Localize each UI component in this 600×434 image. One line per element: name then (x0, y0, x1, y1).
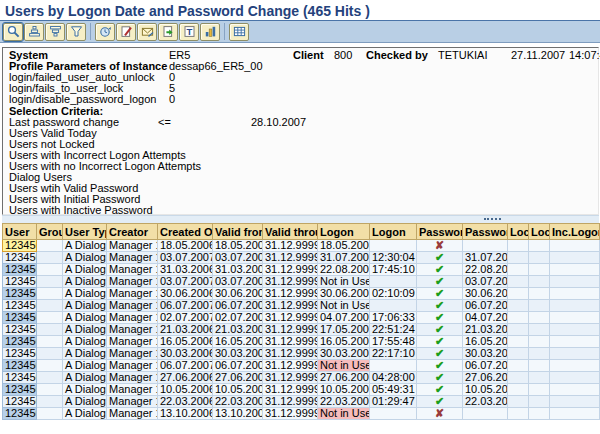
edit-page-button[interactable] (116, 23, 136, 41)
cell-user_type: A Dialog (63, 288, 107, 300)
user-id-cell[interactable]: 123456 (3, 276, 37, 288)
cell-lock1 (508, 336, 529, 348)
cell-logon_time: 17:06:33 (370, 312, 417, 324)
user-id-cell[interactable]: 123456 (3, 336, 37, 348)
cell-logon_time: 17:55:48 (370, 336, 417, 348)
cell-logon_date: Not in Use (318, 360, 370, 372)
user-id-cell[interactable]: 123456 (3, 360, 37, 372)
green-check-icon: ✔ (435, 252, 444, 264)
cell-created_on: 06.07.2007 (158, 300, 213, 312)
column-header-user_type[interactable]: User Type (63, 224, 107, 240)
user-id-cell[interactable]: 123456 (3, 288, 37, 300)
column-header-valid_from[interactable]: Valid from (213, 224, 263, 240)
refresh-button[interactable] (95, 23, 115, 41)
user-id-cell[interactable]: 123456 (3, 384, 37, 396)
table-row: 123456A DialogManager 116.05.200616.05.2… (3, 336, 600, 348)
cell-created_on: 21.03.2006 (158, 324, 213, 336)
column-header-password_date[interactable]: Password (463, 224, 508, 240)
cell-logon_date: 30.03.2006 (318, 348, 370, 360)
table-row: 123456A DialogManager 121.03.200621.03.2… (3, 324, 600, 336)
user-id-cell[interactable]: 123456 (3, 324, 37, 336)
cell-created_on: 31.03.2006 (158, 264, 213, 276)
cell-lock1 (508, 384, 529, 396)
user-id-cell[interactable]: 123456 (3, 240, 37, 252)
cell-logon_date: 30.06.2006 (318, 288, 370, 300)
check-date: 27.11.2007 (511, 50, 565, 61)
cell-password_date: 30.06.2006 (463, 288, 508, 300)
cell-creator: Manager 1 (107, 300, 158, 312)
cell-valid_through: 31.12.9999 (263, 324, 318, 336)
set-filter-button[interactable] (66, 23, 86, 41)
column-header-valid_through[interactable]: Valid through (263, 224, 318, 240)
red-cross-icon: ✘ (435, 408, 444, 420)
table-layout-button[interactable] (229, 23, 249, 41)
cell-inc_logons (550, 240, 600, 252)
cell-logon_time: 04:28:00 (370, 372, 417, 384)
column-header-password_icon[interactable]: Password (417, 224, 463, 240)
cell-logon_date: 18.05.2006 (318, 240, 370, 252)
details-button[interactable] (3, 23, 23, 41)
cell-password-status: ✘ (417, 408, 463, 420)
cell-group (37, 384, 63, 396)
cell-lock1 (508, 252, 529, 264)
local-file-button[interactable] (158, 23, 178, 41)
cell-password_date: 06.07.2007 (463, 360, 508, 372)
user-id-cell[interactable]: 123456 (3, 408, 37, 420)
green-check-icon: ✔ (435, 396, 444, 408)
column-header-lock2[interactable]: Lock (529, 224, 550, 240)
user-id-cell[interactable]: 123456 (3, 372, 37, 384)
table-row: 123456A DialogManager 122.03.200622.03.2… (3, 396, 600, 408)
last-password-change-operator: <= (158, 117, 171, 128)
cell-password_date (463, 240, 508, 252)
cell-group (37, 276, 63, 288)
green-check-icon: ✔ (435, 312, 444, 324)
user-id-cell[interactable]: 123456 (3, 300, 37, 312)
toolbar-separator (90, 23, 91, 40)
cell-password-status: ✔ (417, 252, 463, 264)
cell-valid_from: 13.10.2006 (213, 408, 263, 420)
column-header-group[interactable]: Group (37, 224, 63, 240)
user-id-cell[interactable]: 123456 (3, 348, 37, 360)
graphic-button[interactable] (200, 23, 220, 41)
mail-recipient-button[interactable] (137, 23, 157, 41)
green-check-icon: ✔ (435, 300, 444, 312)
column-header-user[interactable]: User (3, 224, 37, 240)
table-row: 123456A DialogManager 103.07.200703.07.2… (3, 252, 600, 264)
alv-toolbar: T (0, 20, 600, 43)
scrollbar-grip[interactable] (484, 218, 501, 220)
cell-user_type: A Dialog (63, 408, 107, 420)
user-id-cell[interactable]: 123456 (3, 312, 37, 324)
column-header-creator[interactable]: Creator (107, 224, 158, 240)
cell-lock1 (508, 276, 529, 288)
param-label: login/disable_password_logon (9, 94, 156, 105)
table-row: 123456A DialogManager 131.03.200631.03.2… (3, 264, 600, 276)
cell-lock2 (529, 396, 550, 408)
sort-descending-button[interactable] (45, 23, 65, 41)
checked-by-label: Checked by (366, 50, 428, 61)
cell-valid_from: 16.05.2006 (213, 336, 263, 348)
table-scroll-strip (2, 215, 599, 223)
green-check-icon: ✔ (435, 384, 444, 396)
word-processing-button[interactable]: T (179, 23, 199, 41)
user-id-cell[interactable]: 123456 (3, 264, 37, 276)
column-header-logon_date[interactable]: Logon (318, 224, 370, 240)
cell-valid_from: 22.03.2006 (213, 396, 263, 408)
cell-valid_through: 31.12.9999 (263, 408, 318, 420)
cell-password-status: ✔ (417, 312, 463, 324)
column-header-lock1[interactable]: Lock (508, 224, 529, 240)
cell-logon_time: 12:30:04 (370, 252, 417, 264)
cell-lock1 (508, 264, 529, 276)
sort-ascending-button[interactable] (24, 23, 44, 41)
cell-user_type: A Dialog (63, 276, 107, 288)
user-id-cell[interactable]: 123456 (3, 252, 37, 264)
column-header-inc_logons[interactable]: Inc.Logons (550, 224, 600, 240)
cell-password-status: ✔ (417, 360, 463, 372)
table-row: 123456A DialogManager 106.07.200706.07.2… (3, 300, 600, 312)
table-row: 123456A DialogManager 118.05.200618.05.2… (3, 240, 600, 252)
user-id-cell[interactable]: 123456 (3, 396, 37, 408)
table-row: 123456A DialogManager 106.07.200706.07.2… (3, 360, 600, 372)
column-header-created_on[interactable]: Created On (158, 224, 213, 240)
column-header-logon_time[interactable]: Logon (370, 224, 417, 240)
cell-password_date: 27.06.2006 (463, 372, 508, 384)
cell-lock2 (529, 324, 550, 336)
